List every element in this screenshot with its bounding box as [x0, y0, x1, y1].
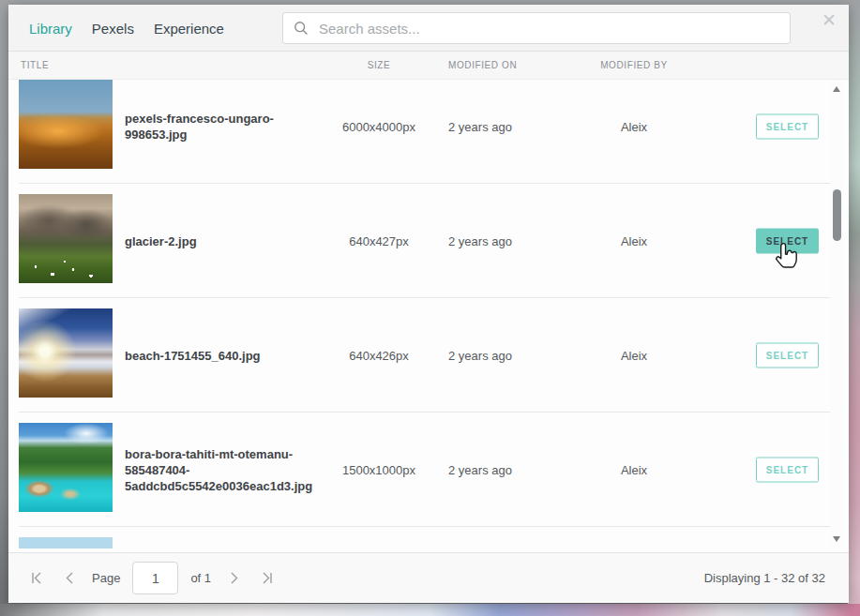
asset-modified-by: Aleix	[587, 234, 681, 248]
page-number-input[interactable]	[132, 562, 178, 594]
asset-modified-on: 2 years ago	[448, 120, 512, 134]
asset-title: glacier-2.jpg	[125, 233, 318, 249]
asset-title: beach-1751455_640.jpg	[125, 348, 318, 364]
column-modified-by: MODIFIED BY	[587, 52, 681, 80]
table-row: beach-1751455_640.jpg 640x426px 2 years …	[8, 298, 849, 413]
first-page-icon[interactable]	[26, 568, 47, 589]
search-icon	[294, 21, 309, 36]
column-size: SIZE	[325, 52, 432, 80]
select-button[interactable]: SELECT	[756, 229, 819, 254]
desert-dunes-photo	[19, 80, 113, 169]
glacier-mountain-photo	[19, 194, 113, 283]
scroll-down-icon[interactable]	[833, 536, 840, 542]
beach-sunset-photo	[19, 308, 113, 398]
bora-bora-lagoon-photo	[19, 423, 113, 512]
table-column-header: TITLE SIZE MODIFIED ON MODIFIED BY	[8, 52, 849, 80]
tab-experience[interactable]: Experience	[154, 21, 224, 37]
asset-modified-on: 2 years ago	[448, 349, 512, 363]
last-page-icon[interactable]	[256, 568, 277, 589]
asset-modified-by: Aleix	[587, 463, 681, 477]
displaying-count: Displaying 1 - 32 of 32	[704, 571, 825, 585]
pagination-footer: Page of 1 Displaying 1 - 32 of 32	[8, 552, 849, 603]
table-row: pexels-francesco-ungaro-998653.jpg 6000x…	[8, 80, 849, 184]
table-row: bora-bora-tahiti-mt-otemanu-585487404-5a…	[8, 413, 849, 527]
tab-pexels[interactable]: Pexels	[92, 21, 134, 37]
table-row: glacier-2.jpg 640x427px 2 years ago Alei…	[8, 184, 849, 298]
page-of-label: of 1	[190, 571, 211, 585]
background-page-bottom	[0, 604, 860, 616]
tab-bar: Library Pexels Experience	[29, 5, 224, 52]
close-icon[interactable]: ✕	[818, 9, 840, 32]
asset-title: pexels-francesco-ungaro-998653.jpg	[125, 111, 318, 143]
search-box[interactable]	[282, 12, 791, 44]
scrollbar[interactable]	[830, 80, 844, 548]
select-button[interactable]: SELECT	[756, 343, 819, 368]
pager: Page of 1	[26, 562, 277, 594]
asset-modified-on: 2 years ago	[448, 463, 512, 477]
search-input[interactable]	[319, 21, 779, 37]
asset-size: 640x426px	[325, 349, 432, 363]
background-page-right	[848, 0, 860, 616]
asset-size: 640x427px	[325, 234, 432, 248]
select-button[interactable]: SELECT	[756, 458, 819, 483]
asset-thumbnail	[19, 537, 113, 548]
asset-modified-by: Aleix	[587, 120, 681, 134]
asset-rows: pexels-francesco-ungaro-998653.jpg 6000x…	[8, 80, 849, 548]
asset-modified-by: Aleix	[587, 349, 681, 363]
modal-header: Library Pexels Experience ✕	[8, 5, 849, 52]
asset-list: pexels-francesco-ungaro-998653.jpg 6000x…	[8, 80, 849, 548]
asset-library-modal: Library Pexels Experience ✕ TITLE SIZE M…	[8, 5, 849, 603]
asset-title: bora-bora-tahiti-mt-otemanu-585487404-5a…	[125, 446, 318, 494]
select-button[interactable]: SELECT	[756, 114, 819, 140]
column-title: TITLE	[21, 52, 49, 80]
scroll-up-icon[interactable]	[833, 86, 840, 92]
asset-size: 6000x4000px	[325, 120, 432, 134]
tab-library[interactable]: Library	[29, 21, 72, 37]
asset-modified-on: 2 years ago	[448, 234, 512, 248]
table-row-partial	[8, 527, 849, 548]
previous-page-icon[interactable]	[59, 568, 80, 589]
page-label: Page	[92, 571, 120, 585]
next-page-icon[interactable]	[223, 568, 244, 589]
asset-size: 1500x1000px	[325, 463, 432, 477]
column-modified-on: MODIFIED ON	[448, 52, 517, 80]
scrollbar-thumb[interactable]	[833, 189, 841, 241]
